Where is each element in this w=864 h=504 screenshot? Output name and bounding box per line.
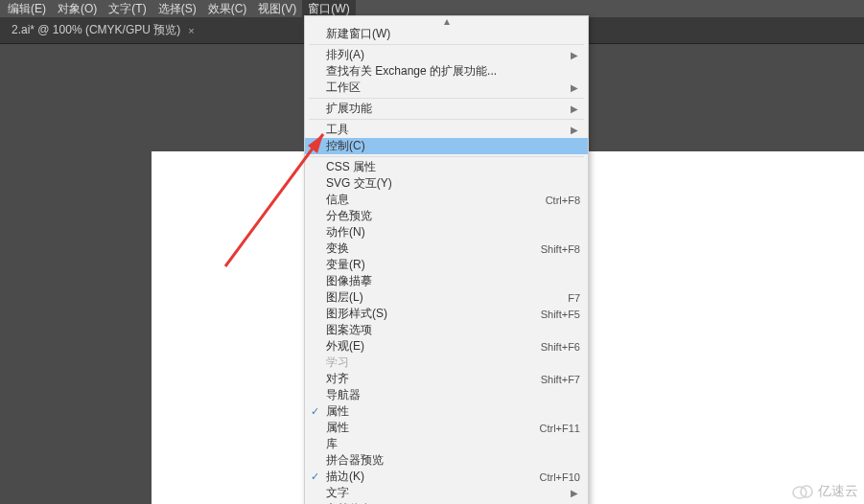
menu-item-动作n[interactable]: 动作(N) bbox=[305, 224, 588, 241]
menu-item-label: 拼合器预览 bbox=[326, 452, 580, 469]
menu-edit[interactable]: 编辑(E) bbox=[2, 0, 52, 19]
menu-item-label: 变量(R) bbox=[326, 257, 580, 273]
submenu-arrow-icon: ▶ bbox=[571, 82, 578, 93]
scroll-up-icon[interactable]: ▴ bbox=[305, 16, 588, 26]
menu-item-label: 图形样式(S) bbox=[326, 306, 541, 322]
menu-item-label: 学习 bbox=[326, 355, 580, 371]
document-tab-title: 2.ai* @ 100% (CMYK/GPU 预览) bbox=[12, 22, 180, 38]
submenu-arrow-icon: ▶ bbox=[571, 488, 578, 498]
menu-item-工作区[interactable]: 工作区▶ bbox=[305, 80, 588, 96]
menu-item-信息[interactable]: 信息Ctrl+F8 bbox=[305, 192, 588, 208]
menu-item-label: 图层(L) bbox=[326, 289, 568, 306]
menu-item-分色预览[interactable]: 分色预览 bbox=[305, 208, 588, 224]
menu-item-css属性[interactable]: CSS 属性 bbox=[305, 159, 588, 175]
menu-shortcut: Ctrl+F10 bbox=[540, 471, 581, 483]
menu-item-图层l[interactable]: 图层(L)F7 bbox=[305, 289, 588, 306]
menu-item-label: SVG 交互(Y) bbox=[326, 175, 580, 192]
menu-item-文字[interactable]: 文字▶ bbox=[305, 485, 588, 501]
menu-item-新建窗口w[interactable]: 新建窗口(W) bbox=[305, 26, 588, 42]
menu-shortcut: Ctrl+F11 bbox=[540, 423, 581, 434]
window-dropdown: ▴ 新建窗口(W)排列(A)▶查找有关 Exchange 的扩展功能...工作区… bbox=[304, 15, 589, 504]
menu-item-工具[interactable]: 工具▶ bbox=[305, 122, 588, 138]
menu-item-外观e[interactable]: 外观(E)Shift+F6 bbox=[305, 338, 588, 355]
menu-item-label: 描边(K) bbox=[326, 469, 540, 485]
menu-item-图案选项[interactable]: 图案选项 bbox=[305, 322, 588, 338]
menu-item-控制c[interactable]: 控制(C) bbox=[305, 138, 588, 154]
close-icon[interactable]: × bbox=[188, 25, 194, 36]
menu-shortcut: Shift+F5 bbox=[541, 309, 580, 320]
menu-item-label: 文字 bbox=[326, 485, 571, 501]
menu-item-label: 控制(C) bbox=[326, 138, 580, 154]
menu-item-查找有关exchange的扩展功能[interactable]: 查找有关 Exchange 的扩展功能... bbox=[305, 63, 588, 80]
menu-item-label: 查找有关 Exchange 的扩展功能... bbox=[326, 63, 580, 80]
submenu-arrow-icon: ▶ bbox=[571, 50, 578, 60]
menu-item-label: 对齐 bbox=[326, 371, 541, 387]
menu-item-label: 变换 bbox=[326, 241, 541, 257]
menu-select[interactable]: 选择(S) bbox=[152, 0, 202, 19]
menu-view[interactable]: 视图(V) bbox=[252, 0, 302, 19]
menu-type[interactable]: 文字(T) bbox=[103, 0, 152, 19]
menu-item-label: CSS 属性 bbox=[326, 159, 580, 175]
menu-item-label: 排列(A) bbox=[326, 47, 571, 63]
menu-separator bbox=[309, 119, 584, 120]
menu-separator bbox=[309, 44, 584, 45]
menu-item-图形样式s[interactable]: 图形样式(S)Shift+F5 bbox=[305, 306, 588, 322]
menu-item-label: 属性 bbox=[326, 420, 540, 436]
submenu-arrow-icon: ▶ bbox=[571, 103, 578, 114]
menu-item-对齐[interactable]: 对齐Shift+F7 bbox=[305, 371, 588, 387]
menu-item-拼合器预览[interactable]: 拼合器预览 bbox=[305, 452, 588, 469]
menu-item-label: 工作区 bbox=[326, 80, 571, 96]
menu-item-扩展功能[interactable]: 扩展功能▶ bbox=[305, 101, 588, 117]
menu-item-label: 导航器 bbox=[326, 387, 580, 403]
menu-item-svg交互y[interactable]: SVG 交互(Y) bbox=[305, 175, 588, 192]
menu-item-label: 属性 bbox=[326, 403, 580, 420]
menu-item-label: 扩展功能 bbox=[326, 101, 571, 117]
menu-item-描边k[interactable]: ✓描边(K)Ctrl+F10 bbox=[305, 469, 588, 485]
document-tab[interactable]: 2.ai* @ 100% (CMYK/GPU 预览) × bbox=[4, 17, 202, 43]
menu-object[interactable]: 对象(O) bbox=[52, 0, 103, 19]
menu-item-排列a[interactable]: 排列(A)▶ bbox=[305, 47, 588, 63]
menu-item-属性[interactable]: 属性Ctrl+F11 bbox=[305, 420, 588, 436]
menu-item-label: 动作(N) bbox=[326, 224, 580, 241]
menu-shortcut: Shift+F7 bbox=[541, 374, 580, 385]
menu-item-图像描摹[interactable]: 图像描摹 bbox=[305, 273, 588, 289]
checkmark-icon: ✓ bbox=[309, 470, 320, 482]
menu-effect[interactable]: 效果(C) bbox=[202, 0, 253, 19]
menu-separator bbox=[309, 156, 584, 157]
checkmark-icon: ✓ bbox=[309, 405, 320, 417]
submenu-arrow-icon: ▶ bbox=[571, 125, 578, 135]
menu-item-label: 图案选项 bbox=[326, 322, 580, 338]
menu-item-label: 图像描摹 bbox=[326, 273, 580, 289]
menu-item-库[interactable]: 库 bbox=[305, 436, 588, 452]
menu-item-label: 分色预览 bbox=[326, 208, 580, 224]
menu-item-变量r[interactable]: 变量(R) bbox=[305, 257, 588, 273]
watermark: 亿速云 bbox=[791, 483, 858, 500]
menu-separator bbox=[309, 98, 584, 99]
menu-item-变换[interactable]: 变换Shift+F8 bbox=[305, 241, 588, 257]
menu-item-学习: 学习 bbox=[305, 355, 588, 371]
menu-item-label: 信息 bbox=[326, 192, 546, 208]
menu-shortcut: Shift+F6 bbox=[541, 341, 580, 353]
watermark-text: 亿速云 bbox=[818, 483, 858, 500]
menu-item-label: 新建窗口(W) bbox=[326, 26, 580, 42]
menu-item-label: 库 bbox=[326, 436, 580, 452]
menu-item-属性[interactable]: ✓属性 bbox=[305, 403, 588, 420]
menu-shortcut: F7 bbox=[568, 292, 580, 304]
menu-item-label: 工具 bbox=[326, 122, 571, 138]
menu-shortcut: Ctrl+F8 bbox=[546, 195, 580, 206]
menu-item-label: 外观(E) bbox=[326, 338, 541, 355]
menu-shortcut: Shift+F8 bbox=[541, 243, 580, 255]
menu-item-导航器[interactable]: 导航器 bbox=[305, 387, 588, 403]
